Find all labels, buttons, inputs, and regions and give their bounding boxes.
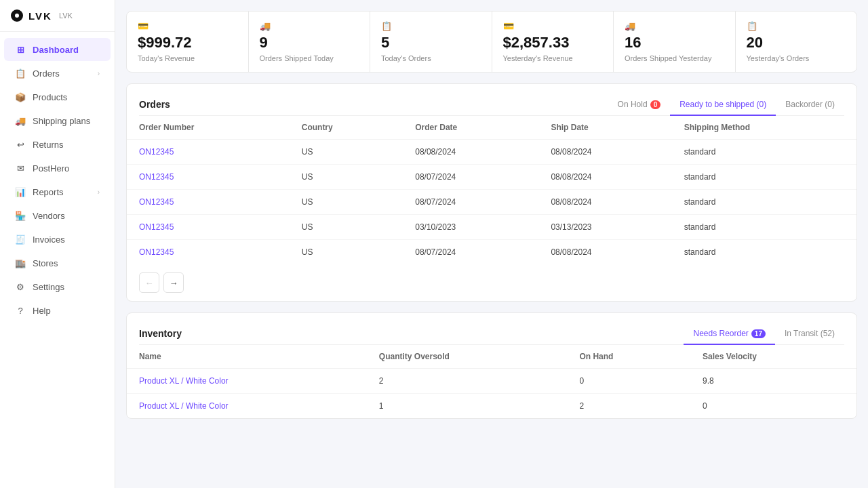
stat-number-todays-orders: 5 bbox=[381, 34, 481, 52]
order-link-2[interactable]: ON12345 bbox=[139, 197, 174, 207]
inventory-col-header-3: Sales Velocity bbox=[690, 345, 856, 369]
sidebar-item-stores[interactable]: 🏬 Stores bbox=[4, 251, 111, 274]
sidebar-item-dashboard[interactable]: ⊞ Dashboard bbox=[4, 38, 111, 61]
nav-label-vendors: Vendors bbox=[33, 211, 65, 221]
table-row: ON12345 US 08/08/2024 08/08/2024 standar… bbox=[127, 140, 856, 165]
order-number-cell-3: ON12345 bbox=[127, 215, 290, 240]
inventory-tab-in-transit[interactable]: In Transit (52) bbox=[775, 323, 844, 345]
orders-table-header-row: Order NumberCountryOrder DateShip DateSh… bbox=[127, 116, 856, 140]
sidebar-logo: LVK LVK bbox=[0, 0, 115, 32]
order-number-cell-0: ON12345 bbox=[127, 140, 290, 165]
next-page-button[interactable]: → bbox=[163, 272, 184, 293]
inventory-qty-oversold-0: 2 bbox=[367, 369, 568, 394]
stat-card-orders-shipped-today: 🚚 9 Orders Shipped Today bbox=[249, 12, 371, 72]
chevron-icon-orders: › bbox=[98, 70, 100, 77]
inventory-name-0: Product XL / White Color bbox=[127, 369, 367, 394]
stat-header-yesterdays-revenue: 💳 bbox=[503, 21, 603, 31]
orders-col-header-2: Order Date bbox=[403, 116, 538, 140]
inventory-table-head: NameQuantity OversoldOn HandSales Veloci… bbox=[127, 345, 856, 369]
inventory-tabs: Needs Reorder17In Transit (52) bbox=[684, 323, 844, 344]
sidebar-item-posthero[interactable]: ✉ PostHero bbox=[4, 157, 111, 180]
stats-row: 💳 $999.72 Today's Revenue 🚚 9 Orders Shi… bbox=[126, 11, 857, 73]
main-content: 💳 $999.72 Today's Revenue 🚚 9 Orders Shi… bbox=[115, 0, 868, 488]
stat-icon-todays-orders: 📋 bbox=[381, 21, 392, 31]
sidebar-item-reports[interactable]: 📊 Reports › bbox=[4, 180, 111, 203]
table-row: ON12345 US 08/07/2024 08/08/2024 standar… bbox=[127, 165, 856, 190]
sidebar-item-orders[interactable]: 📋 Orders › bbox=[4, 62, 111, 85]
stat-number-yesterdays-orders: 20 bbox=[747, 34, 846, 52]
logo-sub: LVK bbox=[59, 12, 73, 20]
inventory-tab-badge-needs-reorder: 17 bbox=[751, 329, 766, 338]
nav-icon-reports: 📊 bbox=[15, 186, 26, 197]
order-link-1[interactable]: ON12345 bbox=[139, 172, 174, 182]
chevron-icon-reports: › bbox=[98, 188, 100, 196]
order-date-0: 08/08/2024 bbox=[403, 140, 538, 165]
stat-label-orders-shipped-today: Orders Shipped Today bbox=[260, 54, 359, 62]
nav-label-shipping-plans: Shipping plans bbox=[33, 116, 90, 126]
inventory-table-body: Product XL / White Color 2 0 9.8 Product… bbox=[127, 369, 856, 419]
nav-icon-vendors: 🏪 bbox=[15, 210, 26, 221]
inventory-section: Inventory Needs Reorder17In Transit (52)… bbox=[126, 312, 857, 419]
order-ship-date-1: 08/08/2024 bbox=[538, 165, 671, 190]
stat-icon-orders-shipped-today: 🚚 bbox=[260, 21, 271, 31]
stat-card-todays-revenue: 💳 $999.72 Today's Revenue bbox=[127, 12, 249, 72]
sidebar-item-vendors[interactable]: 🏪 Vendors bbox=[4, 204, 111, 227]
prev-page-button[interactable]: ← bbox=[139, 272, 159, 293]
stat-number-todays-revenue: $999.72 bbox=[138, 34, 237, 52]
order-date-4: 08/07/2024 bbox=[403, 240, 538, 265]
inventory-name-1: Product XL / White Color bbox=[127, 394, 367, 419]
sidebar-item-returns[interactable]: ↩ Returns bbox=[4, 133, 111, 156]
inventory-col-header-2: On Hand bbox=[567, 345, 690, 369]
order-date-1: 08/07/2024 bbox=[403, 165, 538, 190]
order-country-4: US bbox=[290, 240, 403, 265]
order-shipping-method-4: standard bbox=[672, 240, 856, 265]
orders-col-header-0: Order Number bbox=[127, 116, 290, 140]
orders-section: Orders On Hold0Ready to be shipped (0)Ba… bbox=[126, 83, 857, 302]
table-row: ON12345 US 03/10/2023 03/13/2023 standar… bbox=[127, 215, 856, 240]
nav-icon-dashboard: ⊞ bbox=[15, 44, 26, 55]
order-ship-date-2: 08/08/2024 bbox=[538, 190, 671, 215]
order-ship-date-0: 08/08/2024 bbox=[538, 140, 671, 165]
orders-tab-on-hold[interactable]: On Hold0 bbox=[608, 94, 671, 116]
sidebar-item-settings[interactable]: ⚙ Settings bbox=[4, 275, 111, 298]
order-link-3[interactable]: ON12345 bbox=[139, 222, 174, 232]
order-date-2: 08/07/2024 bbox=[403, 190, 538, 215]
inventory-sales-velocity-1: 0 bbox=[690, 394, 856, 419]
nav-icon-posthero: ✉ bbox=[15, 163, 26, 174]
product-link-0[interactable]: Product XL / White Color bbox=[139, 376, 229, 386]
orders-tab-backorder[interactable]: Backorder (0) bbox=[776, 94, 844, 116]
stat-card-orders-shipped-yesterday: 🚚 16 Orders Shipped Yesterday bbox=[614, 12, 736, 72]
orders-pagination: ← → bbox=[127, 264, 856, 301]
inventory-table-header-row: NameQuantity OversoldOn HandSales Veloci… bbox=[127, 345, 856, 369]
sidebar-item-invoices[interactable]: 🧾 Invoices bbox=[4, 228, 111, 251]
inventory-on-hand-1: 2 bbox=[567, 394, 690, 419]
order-country-3: US bbox=[290, 215, 403, 240]
nav-label-dashboard: Dashboard bbox=[33, 45, 79, 55]
inventory-table: NameQuantity OversoldOn HandSales Veloci… bbox=[127, 345, 856, 418]
orders-table-head: Order NumberCountryOrder DateShip DateSh… bbox=[127, 116, 856, 140]
stat-label-orders-shipped-yesterday: Orders Shipped Yesterday bbox=[625, 54, 724, 62]
order-country-0: US bbox=[290, 140, 403, 165]
order-link-0[interactable]: ON12345 bbox=[139, 147, 174, 157]
stat-number-orders-shipped-yesterday: 16 bbox=[625, 34, 724, 52]
product-link-1[interactable]: Product XL / White Color bbox=[139, 401, 229, 411]
orders-tab-ready-to-ship[interactable]: Ready to be shipped (0) bbox=[670, 94, 776, 116]
sidebar-item-products[interactable]: 📦 Products bbox=[4, 85, 111, 108]
table-row: Product XL / White Color 1 2 0 bbox=[127, 394, 856, 419]
stat-label-todays-orders: Today's Orders bbox=[381, 54, 481, 62]
stat-card-yesterdays-orders: 📋 20 Yesterday's Orders bbox=[736, 12, 857, 72]
nav-label-products: Products bbox=[33, 92, 67, 102]
stat-label-yesterdays-orders: Yesterday's Orders bbox=[747, 54, 846, 62]
sidebar-item-help[interactable]: ? Help bbox=[4, 299, 111, 322]
order-ship-date-4: 08/08/2024 bbox=[538, 240, 671, 265]
sidebar: LVK LVK ⊞ Dashboard 📋 Orders › 📦 Product… bbox=[0, 0, 115, 488]
stat-header-orders-shipped-today: 🚚 bbox=[260, 21, 359, 31]
stat-number-yesterdays-revenue: $2,857.33 bbox=[503, 34, 603, 52]
order-link-4[interactable]: ON12345 bbox=[139, 247, 174, 257]
orders-table: Order NumberCountryOrder DateShip DateSh… bbox=[127, 116, 856, 264]
order-shipping-method-2: standard bbox=[672, 190, 856, 215]
orders-section-title: Orders bbox=[139, 99, 170, 110]
stat-header-yesterdays-orders: 📋 bbox=[747, 21, 846, 31]
sidebar-item-shipping-plans[interactable]: 🚚 Shipping plans bbox=[4, 109, 111, 132]
inventory-tab-needs-reorder[interactable]: Needs Reorder17 bbox=[684, 323, 775, 345]
